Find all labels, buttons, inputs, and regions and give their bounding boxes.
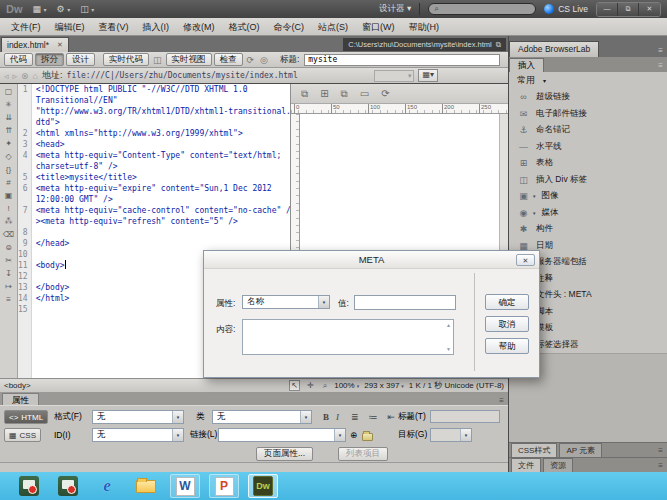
validate-combo[interactable]: ▾ [374, 70, 414, 82]
dialog-close-button[interactable]: ✕ [516, 254, 535, 266]
title-attr-input[interactable] [430, 410, 500, 423]
attribute-select[interactable]: 名称▾ [242, 295, 330, 309]
insert-category-select[interactable]: 常用▾ [509, 72, 667, 89]
menu-item-5[interactable]: 格式(O) [222, 18, 267, 35]
tab-ap-elements[interactable]: AP 元素 [559, 443, 602, 457]
extensions-gear-icon[interactable]: ⚙ ▾ [57, 4, 71, 14]
move-css-icon[interactable]: ↧ [5, 269, 12, 278]
layout-switcher-icon[interactable]: ▦ ▾ [33, 4, 47, 14]
insert-item-table[interactable]: ⊞表格 [509, 155, 667, 172]
multiscreen-preview-icon[interactable]: ⧉ [301, 88, 308, 100]
select-parent-tag-icon[interactable]: ◇ [5, 152, 11, 161]
inspect-button[interactable]: 检查 [214, 53, 243, 66]
wrap-tag-icon[interactable]: ⊜ [5, 243, 12, 252]
css-mode-button[interactable]: ▦CSS [4, 428, 41, 442]
code-line[interactable]: charset=utf-8" /> [36, 161, 290, 172]
bold-button[interactable]: B [320, 410, 332, 424]
home-icon[interactable]: ⌂ [33, 71, 38, 81]
outdent-icon[interactable]: ⇤ [385, 411, 399, 423]
split-view-button[interactable]: 拆分 [35, 53, 64, 66]
insert-item-named-anchor[interactable]: ⚓命名锚记 [509, 122, 667, 139]
menu-item-0[interactable]: 文件(F) [4, 18, 48, 35]
insert-item-image[interactable]: ▣▾图像 [509, 188, 667, 205]
taskbar-file-explorer[interactable] [131, 474, 161, 498]
remove-comment-icon[interactable]: ⌫ [3, 230, 14, 239]
compare-icon[interactable]: ◫ [151, 55, 164, 65]
show-code-navigator-icon[interactable]: ✳ [5, 100, 12, 109]
ordered-list-icon[interactable]: ≔ [366, 411, 381, 423]
insert-item-insert-div[interactable]: ◫插入 Div 标签 [509, 172, 667, 189]
expand-all-icon[interactable]: ✦ [5, 139, 12, 148]
taskbar-powerpoint[interactable]: P [209, 474, 239, 498]
insert-item-hyperlink[interactable]: ∞超级链接 [509, 89, 667, 106]
taskbar-reader-app-2[interactable] [53, 474, 83, 498]
window-size-select[interactable]: 293 x 397▾ [364, 381, 404, 390]
select-tool-icon[interactable]: ↖ [289, 380, 300, 391]
design-view-button[interactable]: 设计 [66, 53, 95, 66]
tab-assets[interactable]: 资源 [543, 458, 573, 472]
browserlab-panel-menu-icon[interactable]: ≡ [658, 46, 667, 57]
live-code-button[interactable]: 实时代码 [103, 53, 149, 66]
insert-panel-menu-icon[interactable]: ≡ [658, 61, 667, 72]
unordered-list-icon[interactable]: ≣ [348, 411, 362, 423]
window-size-icon[interactable]: ▭ [360, 88, 369, 99]
code-line[interactable]: Transitional//EN" [36, 95, 290, 106]
code-line[interactable]: <meta http-equiv="Content-Type" content=… [36, 150, 290, 161]
recent-snippets-icon[interactable]: ✂ [5, 256, 12, 265]
taskbar-reader-app-1[interactable] [14, 474, 44, 498]
new-preview-icon[interactable]: ⊞ [320, 88, 328, 99]
code-line[interactable]: "http://www.w3.org/TR/xhtml1/DTD/xhtml1-… [36, 106, 290, 117]
browserlab-preview-icon[interactable]: ⧉ [341, 88, 348, 100]
code-view-button[interactable]: 代码 [4, 53, 33, 66]
menu-item-4[interactable]: 修改(M) [176, 18, 222, 35]
address-url[interactable]: file:///C|/Users/zhu/Documents/mysite/in… [67, 71, 298, 80]
cs-live-button[interactable]: CS Live [544, 4, 588, 14]
back-icon[interactable]: ◃ [4, 71, 9, 81]
open-documents-icon[interactable]: ▢ [5, 87, 13, 96]
code-line[interactable]: dtd"> [36, 117, 290, 128]
collapse-selection-icon[interactable]: ⇈ [5, 126, 12, 135]
zoom-tool-icon[interactable]: ⌕ [321, 380, 329, 392]
class-select[interactable]: 无▾ [212, 410, 312, 424]
tab-insert[interactable]: 插入 [509, 58, 544, 72]
files-panel-menu-icon[interactable]: ≡ [658, 461, 667, 472]
insert-item-widget[interactable]: ✱构件 [509, 221, 667, 238]
hand-tool-icon[interactable]: ✛ [305, 380, 316, 391]
menu-item-6[interactable]: 命令(C) [267, 18, 312, 35]
zoom-level-select[interactable]: 100%▾ [334, 381, 359, 390]
search-input[interactable]: ⌕ [428, 3, 536, 15]
site-icon[interactable]: ◫ ▾ [80, 4, 94, 14]
syntax-error-alerts-icon[interactable]: ! [7, 204, 9, 213]
format-select[interactable]: 无▾ [92, 410, 184, 424]
code-line[interactable]: <html xmlns="http://www.w3.org/1999/xhtm… [36, 128, 290, 139]
code-line[interactable]: </head> [36, 238, 290, 249]
format-source-icon[interactable]: ≡ [6, 295, 11, 304]
tab-properties[interactable]: 属性 [2, 393, 39, 405]
code-line[interactable]: <title>mysite</title> [36, 172, 290, 183]
menu-item-8[interactable]: 窗口(W) [355, 18, 402, 35]
refresh-icon[interactable]: ⟳ [245, 55, 257, 65]
menu-item-7[interactable]: 站点(S) [311, 18, 355, 35]
properties-panel-menu-icon[interactable]: ≡ [499, 396, 508, 405]
content-textarea[interactable]: ▲▼ [242, 319, 454, 355]
taskbar-word[interactable]: W [170, 474, 200, 498]
apply-comment-icon[interactable]: ⁂ [5, 217, 13, 226]
tag-selector[interactable]: <body> [4, 381, 31, 390]
code-line[interactable]: ><meta http-equiv="refresh" content="5" … [36, 216, 290, 227]
collapse-full-tag-icon[interactable]: ⇊ [5, 113, 12, 122]
taskbar-internet-explorer[interactable]: e [92, 474, 122, 498]
forward-icon[interactable]: ▹ [13, 71, 18, 81]
meta-dialog-title-bar[interactable]: META ✕ [204, 251, 539, 269]
page-properties-button[interactable]: 页面属性... [256, 447, 313, 461]
balance-braces-icon[interactable]: {} [6, 165, 11, 174]
html-mode-button[interactable]: <>HTML [4, 410, 48, 424]
highlight-invalid-code-icon[interactable]: ▣ [5, 191, 13, 200]
link-select[interactable]: ▾ [218, 428, 346, 442]
tab-index-html[interactable]: index.html* ✕ [1, 37, 69, 52]
tab-adobe-browserlab[interactable]: Adobe BrowserLab [509, 41, 599, 57]
tab-close-icon[interactable]: ✕ [57, 41, 63, 49]
code-line[interactable]: <!DOCTYPE html PUBLIC "-//W3C//DTD XHTML… [36, 84, 290, 95]
line-numbers-icon[interactable]: # [6, 178, 10, 187]
insert-item-email-link[interactable]: ✉电子邮件链接 [509, 106, 667, 123]
italic-button[interactable]: I [333, 410, 342, 424]
